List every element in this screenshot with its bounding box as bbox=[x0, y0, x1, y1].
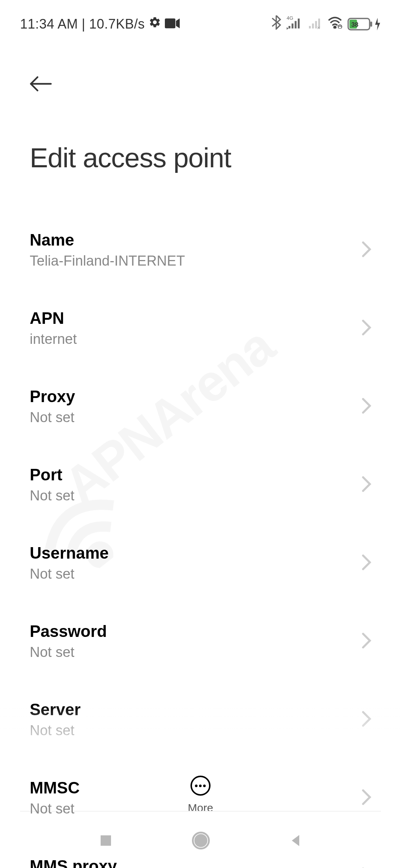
setting-username[interactable]: Username Not set bbox=[30, 524, 371, 602]
setting-text: Username Not set bbox=[30, 544, 109, 582]
setting-name[interactable]: Name Telia-Finland-INTERNET bbox=[30, 211, 371, 289]
setting-password[interactable]: Password Not set bbox=[30, 602, 371, 680]
setting-text: Port Not set bbox=[30, 466, 74, 504]
svg-text:×: × bbox=[317, 24, 320, 30]
status-separator: | bbox=[82, 16, 85, 32]
svg-point-12 bbox=[338, 25, 342, 29]
setting-value: internet bbox=[30, 331, 77, 347]
svg-rect-0 bbox=[165, 18, 175, 28]
chevron-right-icon bbox=[362, 319, 371, 337]
setting-proxy[interactable]: Proxy Not set bbox=[30, 367, 371, 445]
svg-rect-6 bbox=[309, 26, 311, 29]
setting-text: Proxy Not set bbox=[30, 387, 75, 425]
svg-rect-2 bbox=[288, 26, 290, 29]
svg-text:38: 38 bbox=[351, 21, 358, 28]
svg-text:4G: 4G bbox=[287, 15, 293, 21]
setting-label: Proxy bbox=[30, 387, 75, 406]
svg-rect-3 bbox=[291, 23, 293, 28]
camera-icon bbox=[165, 16, 180, 32]
svg-rect-14 bbox=[370, 22, 372, 27]
setting-value: Not set bbox=[30, 566, 109, 582]
setting-apn[interactable]: APN internet bbox=[30, 289, 371, 367]
setting-mms-proxy[interactable]: MMS proxy Not set bbox=[30, 837, 371, 868]
setting-value: Not set bbox=[30, 723, 81, 739]
settings-list: Name Telia-Finland-INTERNET APN internet… bbox=[0, 188, 401, 868]
status-left: 11:34 AM | 10.7KB/s bbox=[20, 16, 180, 32]
page-title: Edit access point bbox=[30, 142, 371, 174]
setting-text: APN internet bbox=[30, 309, 77, 347]
setting-label: Server bbox=[30, 700, 81, 719]
setting-value: Telia-Finland-INTERNET bbox=[30, 253, 185, 269]
chevron-right-icon bbox=[362, 241, 371, 259]
chevron-right-icon bbox=[362, 632, 371, 650]
signal-4g-icon: 4G bbox=[286, 15, 302, 33]
battery-icon: 38 bbox=[348, 18, 381, 30]
setting-text: Password Not set bbox=[30, 622, 107, 660]
svg-point-11 bbox=[334, 26, 336, 28]
back-button[interactable] bbox=[30, 75, 371, 94]
setting-value: Not set bbox=[30, 488, 74, 504]
setting-value: Not set bbox=[30, 801, 79, 817]
status-bar: 11:34 AM | 10.7KB/s 4G bbox=[0, 0, 401, 42]
setting-label: APN bbox=[30, 309, 77, 328]
setting-label: Port bbox=[30, 466, 74, 484]
chevron-right-icon bbox=[362, 789, 371, 807]
status-right: 4G × bbox=[271, 15, 381, 33]
svg-rect-5 bbox=[298, 19, 300, 29]
setting-value: Not set bbox=[30, 644, 107, 660]
gear-icon bbox=[149, 16, 161, 32]
setting-text: MMSC Not set bbox=[30, 779, 79, 817]
chevron-right-icon bbox=[362, 398, 371, 415]
setting-text: MMS proxy Not set bbox=[30, 857, 117, 868]
setting-text: Server Not set bbox=[30, 700, 81, 739]
chevron-right-icon bbox=[362, 476, 371, 494]
setting-label: Name bbox=[30, 231, 185, 249]
status-data-rate: 10.7KB/s bbox=[89, 16, 145, 32]
header: Edit access point bbox=[0, 42, 401, 188]
signal-no-sim-icon: × bbox=[307, 15, 322, 33]
setting-label: Password bbox=[30, 622, 107, 641]
setting-label: Username bbox=[30, 544, 109, 562]
setting-value: Not set bbox=[30, 410, 75, 425]
chevron-right-icon bbox=[362, 711, 371, 729]
setting-label: MMSC bbox=[30, 779, 79, 797]
svg-rect-4 bbox=[295, 21, 297, 29]
setting-label: MMS proxy bbox=[30, 857, 117, 868]
setting-text: Name Telia-Finland-INTERNET bbox=[30, 231, 185, 269]
setting-mmsc[interactable]: MMSC Not set bbox=[30, 759, 371, 837]
bluetooth-icon bbox=[271, 15, 281, 33]
setting-port[interactable]: Port Not set bbox=[30, 445, 371, 524]
svg-rect-7 bbox=[312, 23, 314, 28]
status-time: 11:34 AM bbox=[20, 16, 78, 32]
chevron-right-icon bbox=[362, 554, 371, 572]
setting-server[interactable]: Server Not set bbox=[30, 680, 371, 759]
wifi-icon bbox=[327, 16, 343, 32]
